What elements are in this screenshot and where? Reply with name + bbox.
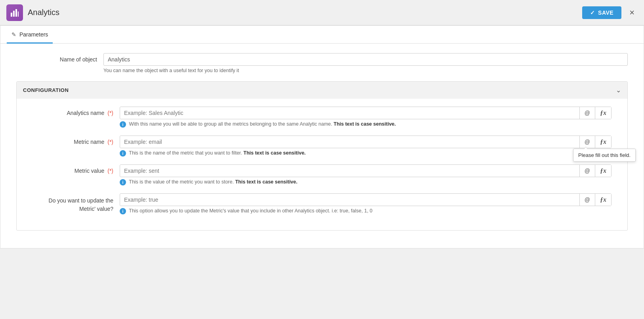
metric-name-row: Metric name (*) Please fill out this fie… xyxy=(32,136,612,157)
name-of-object-input[interactable] xyxy=(103,53,628,66)
metric-name-at-button[interactable]: @ xyxy=(579,136,595,148)
name-of-object-field: You can name the object with a useful te… xyxy=(103,53,628,73)
metric-value-info-icon: i xyxy=(120,179,126,185)
metric-value-at-button[interactable]: @ xyxy=(579,165,595,177)
metric-name-input[interactable] xyxy=(120,136,579,148)
metric-name-field: Please fill out this field. @ ƒx i This … xyxy=(120,136,612,157)
metric-name-label: Metric name (*) xyxy=(32,136,120,145)
page-title: Analytics xyxy=(28,8,59,17)
metric-value-input[interactable] xyxy=(120,165,579,177)
tab-parameters[interactable]: ✎ Parameters xyxy=(7,26,53,44)
metric-name-info-icon: i xyxy=(120,150,126,157)
tab-parameters-label: Parameters xyxy=(19,31,48,38)
configuration-header[interactable]: CONFIGURATION ⌄ xyxy=(17,82,627,99)
metric-value-row: Metric value (*) @ ƒx i This is th xyxy=(32,164,612,185)
tab-bar: ✎ Parameters xyxy=(0,26,644,44)
analytics-name-fx-button[interactable]: ƒx xyxy=(595,107,611,119)
svg-rect-1 xyxy=(13,11,15,17)
metric-value-field: @ ƒx i This is the value of the metric y… xyxy=(120,164,612,185)
update-metric-info-icon: i xyxy=(120,208,126,214)
analytics-name-at-button[interactable]: @ xyxy=(579,107,595,119)
checkmark-icon: ✓ xyxy=(590,10,595,16)
analytics-name-field: @ ƒx i With this name you will be able t… xyxy=(120,107,612,128)
save-label: SAVE xyxy=(598,10,613,16)
metric-value-hint: i This is the value of the metric you wa… xyxy=(120,179,612,185)
analytics-name-row: Analytics name (*) @ ƒx i With thi xyxy=(32,107,612,128)
update-metric-at-button[interactable]: @ xyxy=(579,194,595,206)
analytics-name-input-group: @ ƒx xyxy=(120,107,612,119)
svg-rect-0 xyxy=(11,13,12,17)
metric-name-required: (*) xyxy=(107,139,113,145)
configuration-body: Analytics name (*) @ ƒx i With thi xyxy=(17,99,627,230)
update-metric-fx-button[interactable]: ƒx xyxy=(595,194,611,206)
analytics-icon xyxy=(10,8,19,17)
name-of-object-label: Name of object xyxy=(16,53,103,63)
header-right: ✓ SAVE × xyxy=(582,6,638,19)
metric-value-required: (*) xyxy=(107,168,113,174)
metric-value-label: Metric value (*) xyxy=(32,164,120,174)
update-metric-input[interactable] xyxy=(120,194,579,206)
app-header: Analytics ✓ SAVE × xyxy=(0,0,644,25)
configuration-title: CONFIGURATION xyxy=(23,87,69,93)
app-icon xyxy=(6,4,23,21)
form-area: Name of object You can name the object w… xyxy=(0,44,644,248)
save-button[interactable]: ✓ SAVE xyxy=(582,6,622,19)
name-of-object-row: Name of object You can name the object w… xyxy=(16,53,628,73)
metric-value-input-group: @ ƒx xyxy=(120,164,612,177)
analytics-name-hint: i With this name you will be able to gro… xyxy=(120,121,612,128)
update-metric-label: Do you want to update the Metric' value? xyxy=(32,193,120,213)
header-left: Analytics xyxy=(6,4,59,21)
configuration-section: CONFIGURATION ⌄ Analytics name (*) xyxy=(16,81,628,231)
metric-name-hint: i This is the name of the metric that yo… xyxy=(120,150,612,157)
analytics-name-required: (*) xyxy=(107,110,113,116)
metric-name-tooltip: Please fill out this field. xyxy=(573,149,636,162)
metric-name-input-group: Please fill out this field. @ ƒx xyxy=(120,136,612,148)
pencil-icon: ✎ xyxy=(11,31,16,38)
svg-rect-3 xyxy=(18,11,19,17)
update-metric-field: @ ƒx i This option allows you to update … xyxy=(120,193,612,214)
update-metric-input-group: @ ƒx xyxy=(120,193,612,206)
analytics-name-input[interactable] xyxy=(120,107,579,119)
close-button[interactable]: × xyxy=(626,6,638,19)
analytics-name-info-icon: i xyxy=(120,121,126,128)
update-metric-hint: i This option allows you to update the M… xyxy=(120,208,612,214)
svg-rect-2 xyxy=(15,9,17,17)
analytics-name-label: Analytics name (*) xyxy=(32,107,120,116)
update-metric-row: Do you want to update the Metric' value?… xyxy=(32,193,612,214)
name-of-object-hint: You can name the object with a useful te… xyxy=(103,68,628,73)
main-content: ✎ Parameters Name of object You can name… xyxy=(0,25,644,248)
chevron-down-icon: ⌄ xyxy=(616,86,621,94)
metric-value-fx-button[interactable]: ƒx xyxy=(595,165,611,177)
metric-name-fx-button[interactable]: ƒx xyxy=(595,136,611,148)
